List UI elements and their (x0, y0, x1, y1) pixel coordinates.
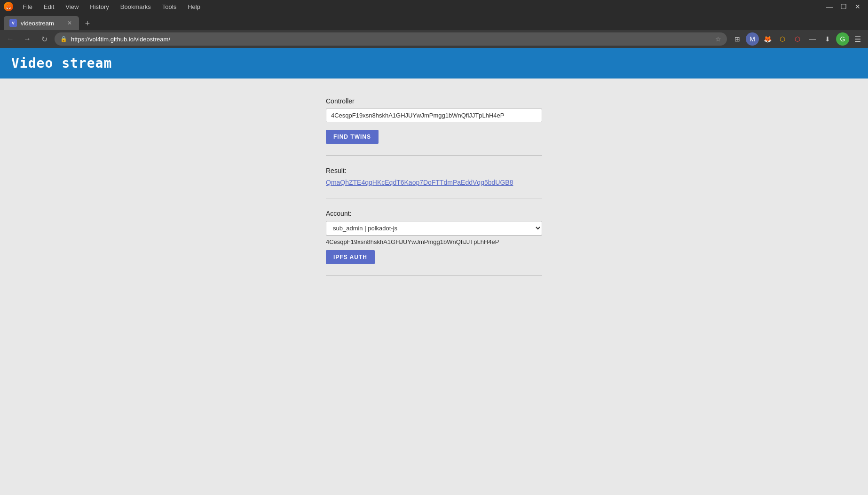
menu-bookmarks[interactable]: Bookmarks (118, 2, 153, 11)
tab-favicon: V (9, 19, 17, 27)
reload-button[interactable]: ↻ (38, 32, 51, 46)
firefox-account-icon[interactable]: 🦊 (761, 32, 774, 46)
divider-1 (326, 155, 542, 156)
menu-icon[interactable]: ☰ (851, 32, 864, 46)
page-header: Video stream (0, 48, 868, 79)
page-title: Video stream (11, 55, 857, 71)
page-content: Controller FIND TWINS Result: QmaQhZTE4q… (0, 79, 868, 495)
minimize-button[interactable]: — (823, 0, 836, 13)
firefox-logo: 🦊 (4, 2, 13, 11)
controller-input[interactable] (326, 109, 542, 122)
toolbar-icons: ⊞ M 🦊 ⬡ ⬡ — ⬇ G ☰ (731, 32, 864, 46)
addon2-icon[interactable]: ⬡ (791, 32, 804, 46)
menu-bar: 🦊 File Edit View History Bookmarks Tools… (0, 0, 868, 13)
find-twins-button[interactable]: FIND TWINS (326, 130, 379, 144)
bookmark-star-icon[interactable]: ☆ (715, 35, 721, 43)
ipfs-auth-button[interactable]: IPFS AUTH (326, 250, 375, 264)
menu-edit[interactable]: Edit (42, 2, 56, 11)
account-label: Account: (326, 210, 542, 217)
tab-bar: V videostream ✕ + (0, 13, 868, 30)
new-tab-button[interactable]: + (81, 17, 94, 30)
menu-history[interactable]: History (88, 2, 110, 11)
result-label: Result: (326, 167, 542, 174)
close-button[interactable]: ✕ (851, 0, 864, 13)
minimize-icon[interactable]: — (806, 32, 819, 46)
address-bar[interactable]: 🔒 https://vol4tim.github.io/videostream/… (55, 32, 727, 46)
restore-button[interactable]: ❐ (837, 0, 850, 13)
extensions-icon[interactable]: ⊞ (731, 32, 744, 46)
tab-label: videostream (21, 20, 62, 27)
user-icon[interactable]: M (746, 32, 759, 46)
menu-help[interactable]: Help (186, 2, 202, 11)
account-select[interactable]: sub_admin | polkadot-js (326, 221, 542, 236)
profile-icon[interactable]: G (836, 32, 849, 46)
result-link[interactable]: QmaQhZTE4qqHKcEqdT6Kaop7DoFTTdmPaEddVqg5… (326, 179, 513, 186)
lock-icon: 🔒 (60, 36, 67, 42)
forward-button[interactable]: → (21, 32, 34, 46)
account-section: Account: sub_admin | polkadot-js 4CesqpF… (326, 210, 542, 264)
content-panel: Controller FIND TWINS Result: QmaQhZTE4q… (326, 97, 542, 287)
address-text: https://vol4tim.github.io/videostream/ (71, 36, 711, 43)
window-controls: — ❐ ✕ (823, 0, 864, 13)
controller-label: Controller (326, 97, 542, 105)
divider-2 (326, 198, 542, 198)
menu-file[interactable]: File (21, 2, 34, 11)
result-section: Result: QmaQhZTE4qqHKcEqdT6Kaop7DoFTTdmP… (326, 167, 542, 187)
account-address: 4CesqpF19xsn8hskhA1GHJUYwJmPmgg1bWnQfiJJ… (326, 238, 542, 245)
nav-bar: ← → ↻ 🔒 https://vol4tim.github.io/videos… (0, 30, 868, 48)
download-icon[interactable]: ⬇ (821, 32, 834, 46)
controller-section: Controller FIND TWINS (326, 97, 542, 144)
back-button[interactable]: ← (4, 32, 17, 46)
menu-tools[interactable]: Tools (160, 2, 178, 11)
menu-view[interactable]: View (63, 2, 80, 11)
addon1-icon[interactable]: ⬡ (776, 32, 789, 46)
tab-close-button[interactable]: ✕ (66, 19, 73, 27)
browser-chrome: 🦊 File Edit View History Bookmarks Tools… (0, 0, 868, 48)
tab-videostream[interactable]: V videostream ✕ (4, 16, 79, 30)
divider-3 (326, 275, 542, 276)
